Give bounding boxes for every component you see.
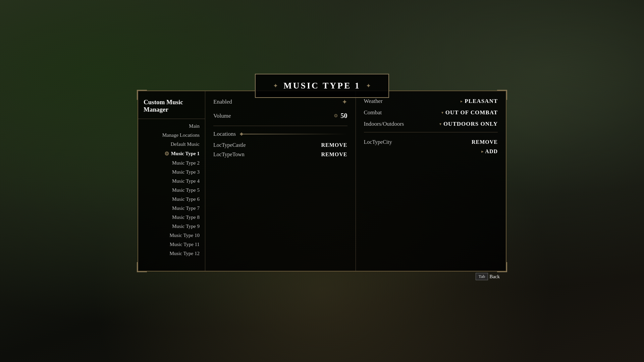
add-arrow-icon: ▸ — [481, 149, 484, 154]
left-location-name: LocTypeCastle — [213, 142, 246, 148]
enabled-icon: ✦ — [342, 98, 347, 106]
title-bar: MUSIC TYPE 1 — [255, 74, 389, 98]
sidebar-item-label: Music Type 4 — [172, 178, 200, 184]
volume-label: Volume — [213, 113, 231, 119]
volume-value-group[interactable]: ⚙ 50 — [334, 112, 347, 120]
sidebar: Custom Music Manager MainManage Location… — [138, 91, 205, 271]
content-area: Enabled ✦ Volume ⚙ 50 Locations — [205, 91, 506, 271]
sidebar-item-music-type-2[interactable]: Music Type 2 — [138, 159, 205, 168]
combat-label: Combat — [364, 109, 382, 116]
left-location-row-1: LocTypeTownREMOVE — [213, 152, 347, 158]
sidebar-item-manage-locations[interactable]: Manage Locations — [138, 131, 205, 140]
locations-divider — [240, 134, 347, 134]
sidebar-item-label: Default Music — [171, 141, 200, 147]
combat-row: Combat ▾ OUT OF COMBAT — [364, 109, 498, 116]
weather-arrow-icon: ▸ — [461, 99, 463, 104]
sidebar-item-main[interactable]: Main — [138, 122, 205, 131]
left-remove-button-1[interactable]: REMOVE — [321, 152, 347, 158]
enabled-row: Enabled ✦ — [213, 98, 347, 106]
sidebar-item-music-type-4[interactable]: Music Type 4 — [138, 177, 205, 186]
indoors-row: Indoors/Outdoors ▾ OUTDOORS ONLY — [364, 121, 498, 127]
sidebar-item-music-type-5[interactable]: Music Type 5 — [138, 186, 205, 195]
weather-value: PLEASANT — [465, 98, 498, 105]
sidebar-item-music-type-9[interactable]: Music Type 9 — [138, 222, 205, 231]
sidebar-item-music-type-10[interactable]: Music Type 10 — [138, 231, 205, 240]
right-location-name: LocTypeCity — [364, 139, 392, 145]
sidebar-item-label: Music Type 6 — [172, 196, 200, 202]
sidebar-item-label: Manage Locations — [162, 132, 200, 138]
indoors-value-group[interactable]: ▾ OUTDOORS ONLY — [439, 121, 498, 127]
combat-value-group[interactable]: ▾ OUT OF COMBAT — [441, 109, 498, 116]
right-locations-list: LocTypeCityREMOVE ▸ ADD — [364, 139, 498, 155]
sidebar-item-label: Music Type 3 — [172, 169, 200, 175]
active-item-icon: ⚙ — [164, 150, 169, 157]
weather-value-group[interactable]: ▸ PLEASANT — [461, 98, 498, 105]
main-panel: Custom Music Manager MainManage Location… — [138, 90, 506, 272]
sidebar-item-label: Music Type 1 — [171, 151, 200, 157]
sidebar-item-label: Music Type 5 — [172, 187, 200, 193]
weather-label: Weather — [364, 98, 383, 105]
left-panel: Enabled ✦ Volume ⚙ 50 Locations — [205, 91, 356, 271]
weather-row: Weather ▸ PLEASANT — [364, 98, 498, 105]
sidebar-item-music-type-12[interactable]: Music Type 12 — [138, 249, 205, 258]
sidebar-item-music-type-8[interactable]: Music Type 8 — [138, 213, 205, 222]
sidebar-item-music-type-6[interactable]: Music Type 6 — [138, 195, 205, 204]
locations-title: Locations — [213, 131, 236, 137]
back-label: Back — [489, 274, 500, 280]
sidebar-item-music-type-11[interactable]: Music Type 11 — [138, 240, 205, 249]
sidebar-item-music-type-3[interactable]: Music Type 3 — [138, 168, 205, 177]
tab-hint: Tab Back — [476, 273, 500, 280]
sidebar-item-label: Music Type 11 — [170, 242, 200, 247]
sidebar-item-label: Music Type 8 — [172, 215, 200, 220]
right-remove-button-0[interactable]: REMOVE — [472, 139, 498, 145]
right-panel: Weather ▸ PLEASANT Combat ▾ OUT OF COMBA… — [356, 91, 506, 271]
sidebar-item-music-type-1[interactable]: ⚙Music Type 1 — [138, 149, 205, 159]
right-location-row-0: LocTypeCityREMOVE — [364, 139, 498, 145]
tab-key-badge: Tab — [476, 273, 488, 280]
sidebar-item-default-music[interactable]: Default Music — [138, 140, 205, 149]
sidebar-item-label: Music Type 7 — [172, 205, 200, 211]
volume-icon: ⚙ — [334, 113, 338, 119]
volume-row: Volume ⚙ 50 — [213, 112, 347, 120]
combat-arrow-icon: ▾ — [441, 110, 443, 115]
left-remove-button-0[interactable]: REMOVE — [321, 142, 347, 148]
title-text: MUSIC TYPE 1 — [283, 81, 361, 91]
indoors-arrow-icon: ▾ — [439, 122, 441, 127]
locations-header: Locations — [213, 131, 347, 137]
sidebar-item-label: Music Type 9 — [172, 224, 200, 229]
enabled-value[interactable]: ✦ — [342, 98, 347, 106]
sidebar-item-music-type-7[interactable]: Music Type 7 — [138, 204, 205, 213]
app-title: Custom Music Manager — [138, 95, 205, 119]
sidebar-item-label: Music Type 2 — [172, 160, 200, 166]
add-label: ADD — [485, 148, 498, 155]
left-location-name: LocTypeTown — [213, 152, 245, 158]
left-locations-list: LocTypeCastleREMOVELocTypeTownREMOVE — [213, 142, 347, 158]
volume-number: 50 — [341, 112, 347, 120]
combat-value: OUT OF COMBAT — [445, 109, 498, 116]
left-location-row-0: LocTypeCastleREMOVE — [213, 142, 347, 148]
indoors-label: Indoors/Outdoors — [364, 121, 404, 127]
sidebar-item-label: Music Type 10 — [169, 233, 200, 238]
enabled-label: Enabled — [213, 99, 232, 105]
sidebar-item-label: Main — [189, 123, 200, 129]
sidebar-item-label: Music Type 12 — [169, 251, 200, 256]
add-location-button[interactable]: ▸ ADD — [481, 148, 498, 155]
indoors-value: OUTDOORS ONLY — [443, 121, 498, 127]
